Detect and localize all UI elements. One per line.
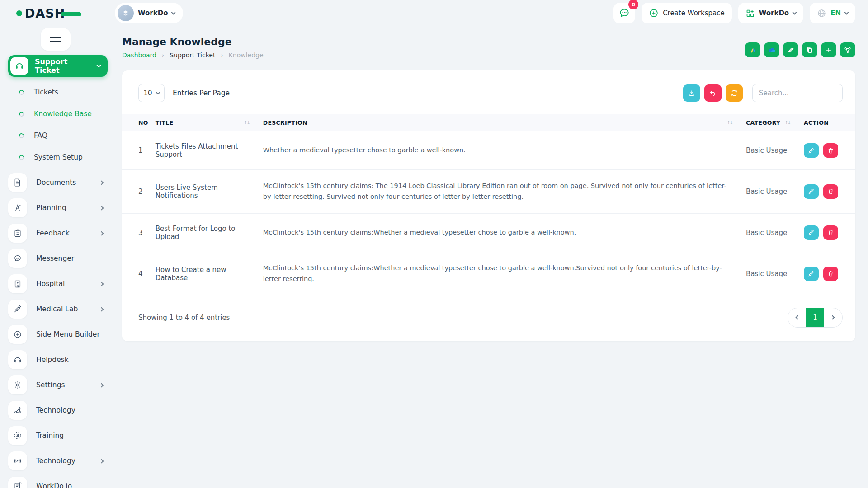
breadcrumb-dashboard[interactable]: Dashboard (122, 52, 156, 59)
plus-icon (825, 46, 833, 54)
zendesk-button[interactable] (783, 42, 798, 57)
grid-plus-icon (745, 9, 755, 18)
sidebar-item-documents[interactable]: Documents (8, 170, 108, 195)
headphones-icon (8, 350, 27, 369)
delete-button[interactable] (823, 225, 838, 240)
export-button[interactable] (683, 84, 700, 102)
row-category: Basic Usage (742, 213, 800, 252)
sidebar-item-label: Training (36, 432, 108, 440)
chevron-down-icon (844, 10, 849, 15)
sidebar-item-planning[interactable]: Planning (8, 195, 108, 221)
row-title: Users Live System Notifications (152, 170, 259, 214)
breadcrumb-separator: › (221, 52, 223, 59)
app-logo[interactable]: DASH (16, 6, 115, 20)
delete-button[interactable] (823, 184, 838, 199)
sidebar-item-technology[interactable]: Technology (8, 398, 108, 423)
chevron-right-icon (99, 231, 104, 235)
sidebar-item-label: Helpdesk (36, 356, 108, 364)
workspace-dropdown-label: WorkDo (759, 9, 789, 17)
sidebar-item-messenger[interactable]: Messenger (8, 246, 108, 271)
sidebar-item-label: Feedback (36, 229, 91, 237)
pencil-icon (808, 147, 815, 154)
sidebar-toggle-button[interactable] (41, 28, 71, 51)
hamburger-icon (50, 41, 61, 42)
delete-button[interactable] (823, 267, 838, 281)
sidebar-item-training[interactable]: Training (8, 423, 108, 448)
row-number: 2 (122, 170, 152, 214)
reset-button[interactable] (704, 84, 722, 102)
sidebar-item-label: System Setup (34, 153, 83, 161)
table-row: 3 Best Format for Logo to Upload McClint… (122, 213, 855, 252)
column-header-no[interactable]: NO (122, 114, 152, 131)
sort-icon[interactable]: ↑↓ (726, 120, 739, 125)
sidebar-item-hospital[interactable]: Hospital (8, 271, 108, 296)
pen-icon (8, 198, 27, 217)
pagination-page-1[interactable]: 1 (806, 308, 824, 327)
edit-button[interactable] (804, 143, 819, 158)
sidebar-item-knowledge-base[interactable]: Knowledge Base (8, 103, 108, 125)
sidebar-item-system-setup[interactable]: System Setup (8, 146, 108, 168)
breadcrumb-support-ticket[interactable]: Support Ticket (170, 52, 215, 59)
messages-button[interactable]: 0 (613, 3, 635, 23)
chevron-right-icon (99, 307, 104, 311)
pagination-next-button[interactable] (824, 308, 842, 327)
sidebar-item-faq[interactable]: FAQ (8, 125, 108, 146)
edit-button[interactable] (804, 225, 819, 240)
language-selector[interactable]: EN (810, 3, 855, 23)
pencil-icon (808, 229, 815, 236)
copy-button[interactable] (802, 42, 817, 57)
workspace-selector[interactable]: WorkDo (115, 3, 183, 23)
logo-text: DASH (25, 6, 65, 20)
sidebar-item-tickets[interactable]: Tickets (8, 81, 108, 103)
row-number: 4 (122, 252, 152, 296)
search-input[interactable] (752, 84, 843, 102)
google-drive-button[interactable] (745, 42, 760, 57)
add-button[interactable] (821, 42, 836, 57)
download-icon (688, 89, 696, 97)
entries-per-page-select[interactable]: 10 (138, 84, 165, 102)
column-header-description[interactable]: DESCRIPTION↑↓ (259, 114, 742, 131)
sort-icon[interactable]: ↑↓ (244, 120, 256, 125)
workspace-dropdown[interactable]: WorkDo (738, 3, 803, 23)
main-content: Manage Knowledge Dashboard › Support Tic… (114, 26, 868, 488)
refresh-button[interactable] (726, 84, 743, 102)
integration-button[interactable] (840, 42, 855, 57)
page-title: Manage Knowledge (122, 36, 264, 47)
sort-icon[interactable]: ↑↓ (784, 120, 797, 125)
workspace-name: WorkDo (138, 9, 168, 17)
hub-icon (8, 401, 27, 420)
logo-dot-icon (16, 10, 22, 16)
chat-bubble-icon (8, 249, 27, 268)
sidebar-item-label: Hospital (36, 280, 91, 288)
sidebar-item-label: FAQ (34, 131, 47, 140)
sidebar-item-support-ticket[interactable]: Support Ticket (8, 55, 108, 77)
trash-icon (827, 270, 834, 277)
sidebar-item-settings[interactable]: Settings (8, 372, 108, 398)
onedrive-button[interactable] (764, 42, 779, 57)
chevron-down-icon (97, 63, 101, 68)
column-header-category[interactable]: CATEGORY↑↓ (742, 114, 800, 131)
pencil-icon (808, 188, 815, 195)
sidebar-item-label: Side Menu Builder (36, 330, 108, 338)
sidebar-item-workdo-io[interactable]: WorkDo.io (8, 474, 108, 488)
edit-button[interactable] (804, 267, 819, 281)
knowledge-table: NO TITLE↑↓ DESCRIPTION↑↓ CATEGORY↑↓ ACTI… (122, 114, 855, 296)
row-title: How to Create a new Database (152, 252, 259, 296)
sidebar-item-feedback[interactable]: Feedback (8, 221, 108, 246)
sidebar-item-side-menu-builder[interactable]: Side Menu Builder (8, 322, 108, 347)
table-row: 1 Tickets Files Attachment Support Wheth… (122, 131, 855, 170)
pagination-prev-button[interactable] (788, 308, 806, 327)
edit-button[interactable] (804, 184, 819, 199)
trash-icon (827, 188, 834, 195)
sidebar-item-technology-2[interactable]: Technology (8, 448, 108, 474)
row-title: Tickets Files Attachment Support (152, 131, 259, 170)
create-workspace-button[interactable]: Create Workspace (642, 3, 732, 23)
support-ticket-submenu: Tickets Knowledge Base FAQ System Setup (8, 77, 108, 170)
delete-button[interactable] (823, 143, 838, 158)
building-icon (121, 9, 130, 18)
column-header-title[interactable]: TITLE↑↓ (152, 114, 259, 131)
sidebar-item-medical-lab[interactable]: Medical Lab (8, 296, 108, 322)
create-workspace-label: Create Workspace (663, 9, 725, 17)
sidebar-item-helpdesk[interactable]: Helpdesk (8, 347, 108, 372)
breadcrumb: Dashboard › Support Ticket › Knowledge (122, 52, 264, 59)
